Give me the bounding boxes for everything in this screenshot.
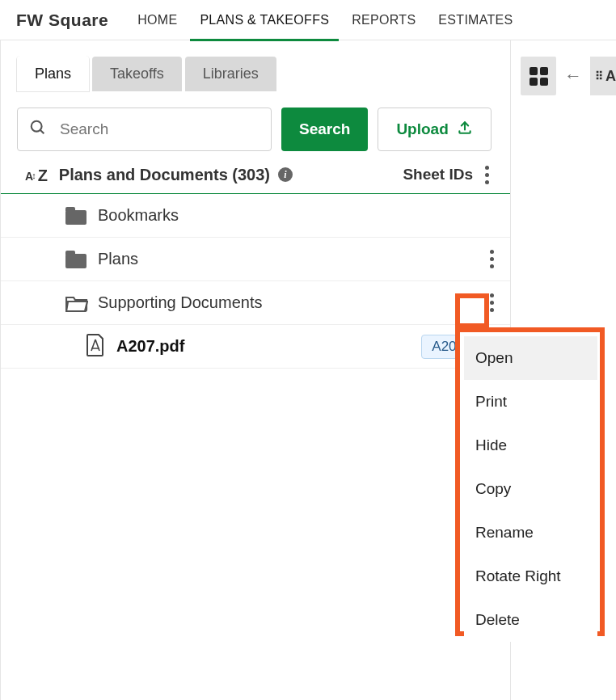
search-icon [29,119,47,140]
ctx-copy[interactable]: Copy [464,467,597,511]
ctx-delete[interactable]: Delete [464,598,597,642]
search-input[interactable] [58,120,259,139]
header-kebab[interactable] [479,164,494,185]
folder-open-icon [65,294,88,312]
grid-view-button[interactable] [521,57,556,95]
row-kebab[interactable] [484,293,499,314]
tab-libraries[interactable]: Libraries [185,57,276,91]
row-supporting-documents[interactable]: Supporting Documents [1,281,510,325]
search-box[interactable] [17,108,272,151]
row-plans[interactable]: Plans [1,238,510,281]
folder-icon [65,207,86,225]
svg-point-0 [32,121,42,132]
grid-icon [530,67,548,86]
rows: Bookmarks Plans Supporting Documents [1,194,510,369]
list-header: A↕Z Plans and Documents (303) i Sheet ID… [1,164,510,194]
row-label: Bookmarks [98,206,179,225]
right-partial-button[interactable]: ⠿ A [590,57,616,95]
right-toolbar: ← ⠿ A [521,57,616,95]
row-label: Supporting Documents [98,293,262,312]
upload-icon [457,120,473,140]
ctx-hide[interactable]: Hide [464,424,597,467]
partial-label: A [605,68,616,85]
upload-button[interactable]: Upload [378,108,491,151]
list-title: Plans and Documents (303) [59,166,270,184]
nav-plans-takeoffs[interactable]: PLANS & TAKEOFFS [188,0,340,40]
sheet-ids-label: Sheet IDs [403,166,473,183]
left-panel: Plans Takeoffs Libraries Search Upload [0,40,511,700]
drag-dots-icon: ⠿ [595,70,602,82]
search-row: Search Upload [1,91,510,164]
arrow-left-icon[interactable]: ← [564,65,582,86]
row-label: Plans [98,250,138,268]
context-menu: Open Print Hide Copy Rename Rotate Right… [464,336,597,642]
row-kebab[interactable] [484,249,499,270]
tab-takeoffs[interactable]: Takeoffs [92,57,182,91]
svg-line-1 [40,130,44,134]
row-bookmarks[interactable]: Bookmarks [1,194,510,238]
app-logo: FW Square [16,11,108,30]
search-button[interactable]: Search [281,108,368,151]
nav-home[interactable]: HOME [126,0,188,40]
ctx-print[interactable]: Print [464,380,597,424]
ctx-rename[interactable]: Rename [464,511,597,555]
tab-plans[interactable]: Plans [17,57,89,91]
folder-icon [65,251,86,268]
nav-reports[interactable]: REPORTS [340,0,427,40]
top-nav: FW Square HOME PLANS & TAKEOFFS REPORTS … [0,0,616,40]
row-file-a207[interactable]: A207.pdf A207 [1,325,510,369]
nav-estimates[interactable]: ESTIMATES [427,0,524,40]
file-plan-icon [86,334,105,360]
ctx-rotate-right[interactable]: Rotate Right [464,555,597,598]
subtabs: Plans Takeoffs Libraries [1,40,510,91]
sort-az-icon[interactable]: A↕Z [25,166,48,184]
ctx-open[interactable]: Open [464,336,597,380]
row-label: A207.pdf [116,337,184,356]
info-icon[interactable]: i [278,167,293,182]
upload-label: Upload [396,120,448,138]
